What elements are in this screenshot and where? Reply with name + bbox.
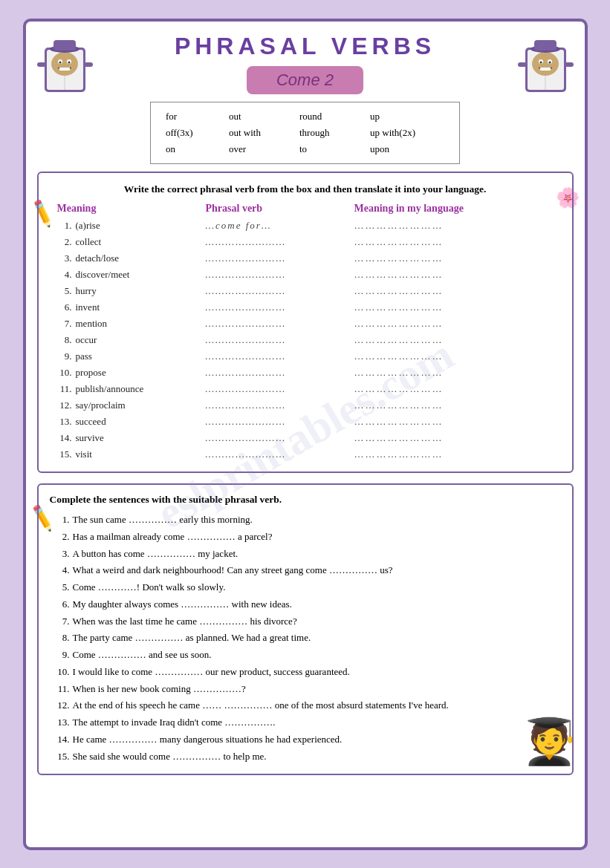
- section2-box: Complete the sentences with the suitable…: [37, 483, 574, 775]
- table-row: 2.collect …………………… ……………………: [50, 234, 561, 250]
- sentence-item: 5.Come …………! Don't walk so slowly.: [50, 579, 561, 596]
- main-title: PHRASAL VERBS: [93, 33, 518, 60]
- sentence-num: 11.: [53, 681, 70, 698]
- vocab-box: for out round up off(3x) out with throug…: [150, 102, 460, 164]
- vocab-item: out with: [229, 125, 296, 141]
- page-container: eslprintables.com P: [23, 19, 588, 850]
- section1-table: 1.(a)rise …come for… …………………… 2.collect …: [50, 218, 561, 463]
- section2-instruction: Complete the sentences with the suitable…: [50, 494, 561, 506]
- sentence-item: 3.A button has come …………… my jacket.: [50, 546, 561, 563]
- meaning-cell: 9.pass: [57, 350, 206, 362]
- sentence-num: 13.: [53, 714, 70, 731]
- meaning-cell: 10.propose: [57, 367, 206, 379]
- sentence-num: 14.: [53, 731, 70, 748]
- vocab-item: to: [299, 141, 366, 157]
- table-row: 14.survive …………………… ……………………: [50, 430, 561, 446]
- sentence-item: 9.Come …………… and see us soon.: [50, 647, 561, 664]
- col-phrasal-header: Phrasal verb: [206, 203, 354, 215]
- meaning-lang-cell: ……………………: [354, 269, 533, 281]
- meaning-cell: 15.visit: [57, 448, 206, 460]
- meaning-cell: 2.collect: [57, 236, 206, 248]
- sentence-item: 14.He came …………… many dangerous situatio…: [50, 731, 561, 748]
- phrasal-cell: ……………………: [206, 334, 354, 346]
- sentence-item: 12.At the end of his speech he came …… ……: [50, 697, 561, 714]
- phrasal-cell: …come for…: [206, 220, 354, 232]
- meaning-lang-cell: ……………………: [354, 448, 533, 460]
- meaning-lang-cell: ……………………: [354, 318, 533, 330]
- svg-point-7: [68, 61, 70, 63]
- vocab-item: up: [370, 108, 444, 125]
- phrasal-cell: ……………………: [206, 367, 354, 379]
- sentence-num: 4.: [53, 562, 70, 579]
- meaning-lang-cell: ……………………: [354, 334, 533, 346]
- vocab-item: through: [299, 125, 366, 141]
- meaning-lang-cell: ……………………: [354, 236, 533, 248]
- header-section: PHRASAL VERBS Come 2: [37, 33, 574, 102]
- meaning-cell: 12.say/proclaim: [57, 399, 206, 411]
- meaning-cell: 4.discover/meet: [57, 269, 206, 281]
- svg-rect-8: [59, 68, 70, 71]
- vocab-item: for: [166, 108, 225, 125]
- table-row: 12.say/proclaim …………………… ……………………: [50, 397, 561, 414]
- sentence-num: 9.: [53, 647, 70, 664]
- sentence-item: 8.The party came …………… as planned. We ha…: [50, 630, 561, 647]
- table-row: 4.discover/meet …………………… ……………………: [50, 267, 561, 283]
- sentence-num: 1.: [53, 512, 70, 529]
- phrasal-cell: ……………………: [206, 383, 354, 395]
- svg-rect-23: [565, 62, 574, 67]
- svg-rect-22: [518, 62, 527, 67]
- meaning-lang-cell: ……………………: [354, 350, 533, 362]
- col-lang-header: Meaning in my language: [354, 203, 533, 215]
- phrasal-cell: ……………………: [206, 236, 354, 248]
- table-row: 15.visit …………………… ……………………: [50, 446, 561, 463]
- sentence-item: 2.Has a mailman already come …………… a par…: [50, 529, 561, 546]
- table-row: 8.occur …………………… ……………………: [50, 332, 561, 348]
- vocab-item: over: [229, 141, 296, 157]
- meaning-lang-cell: ……………………: [354, 416, 533, 428]
- sentence-item: 1.The sun came …………… early this morning.: [50, 512, 561, 529]
- meaning-cell: 7.mention: [57, 318, 206, 330]
- section1-box: Write the correct phrasal verb from the …: [37, 172, 574, 473]
- sentence-num: 10.: [53, 664, 70, 681]
- book-char-right: [518, 33, 574, 99]
- vocab-item: off(3x): [166, 125, 225, 141]
- meaning-cell: 13.succeed: [57, 416, 206, 428]
- meaning-lang-cell: ……………………: [354, 252, 533, 264]
- table-row: 1.(a)rise …come for… ……………………: [50, 218, 561, 234]
- sentence-item: 6.My daughter always comes …………… with ne…: [50, 596, 561, 613]
- sentence-num: 7.: [53, 613, 70, 630]
- table-row: 13.succeed …………………… ……………………: [50, 414, 561, 430]
- table-row: 10.propose …………………… ……………………: [50, 365, 561, 381]
- table-row: 9.pass …………………… ……………………: [50, 348, 561, 365]
- phrasal-cell: ……………………: [206, 269, 354, 281]
- meaning-lang-cell: ……………………: [354, 432, 533, 444]
- vocab-item: round: [299, 108, 366, 125]
- sentence-num: 15.: [53, 748, 70, 766]
- sentence-item: 4.What a weird and dark neighbourhood! C…: [50, 562, 561, 579]
- vocab-item: up with(2x): [370, 125, 444, 141]
- meaning-lang-cell: ……………………: [354, 285, 533, 297]
- meaning-cell: 3.detach/lose: [57, 252, 206, 264]
- col-meaning-header: Meaning: [57, 203, 206, 215]
- sentence-item: 10.I would like to come …………… our new pr…: [50, 664, 561, 681]
- meaning-lang-cell: ……………………: [354, 367, 533, 379]
- svg-rect-10: [84, 62, 93, 67]
- sentence-item: 11.When is her new book coming ……………?: [50, 681, 561, 698]
- svg-rect-25: [534, 40, 557, 50]
- svg-point-6: [59, 61, 61, 63]
- sentence-num: 3.: [53, 546, 70, 563]
- vocab-item: out: [229, 108, 296, 125]
- phrasal-cell: ……………………: [206, 252, 354, 264]
- phrasal-cell: ……………………: [206, 416, 354, 428]
- meaning-cell: 14.survive: [57, 432, 206, 444]
- meaning-lang-cell: ……………………: [354, 301, 533, 313]
- phrasal-cell: ……………………: [206, 432, 354, 444]
- meaning-cell: 1.(a)rise: [57, 220, 206, 232]
- svg-point-3: [51, 52, 78, 76]
- phrasal-cell: ……………………: [206, 350, 354, 362]
- meaning-lang-cell: ……………………: [354, 383, 533, 395]
- section1-instruction: Write the correct phrasal verb from the …: [50, 182, 561, 197]
- meaning-lang-cell: ……………………: [354, 399, 533, 411]
- table-row: 7.mention …………………… ……………………: [50, 316, 561, 332]
- sentence-num: 8.: [53, 630, 70, 647]
